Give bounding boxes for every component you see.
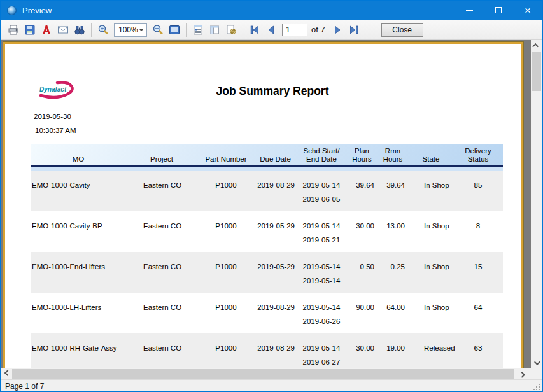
chevron-right-icon: [519, 372, 525, 378]
table-row: EMO-1000-LH-Lifters Eastern CO P1000 201…: [31, 293, 503, 333]
cell-due-date: 2019-08-29: [255, 293, 296, 333]
window-title: Preview: [22, 6, 52, 15]
maximize-button[interactable]: [484, 1, 513, 20]
scroll-down-button[interactable]: [531, 358, 542, 368]
report-title: Job Summary Report: [120, 85, 425, 98]
cell-due-date: 2019-08-29: [255, 333, 296, 368]
cell-state: In Shop: [409, 293, 453, 333]
cell-rmn-hours: 13.00: [377, 211, 409, 252]
full-page-button[interactable]: [166, 22, 183, 38]
zoom-in-button[interactable]: [95, 22, 111, 38]
save-icon: [24, 24, 36, 36]
horizontal-scroll-thumb[interactable]: [12, 369, 514, 379]
close-window-button[interactable]: ×: [513, 1, 542, 20]
export-pdf-button[interactable]: [38, 22, 55, 38]
wrench-icon: [225, 24, 237, 36]
schd-end-date: 2019-06-27: [296, 355, 347, 368]
col-header-schd-dates: Schd Start/ End Date: [304, 147, 340, 164]
table-row: EMO-1000-Cavity-BP Eastern CO P1000 2019…: [31, 211, 503, 252]
zoom-out-icon: [152, 24, 164, 36]
last-page-button[interactable]: [346, 22, 362, 38]
cell-schd-dates: 2019-05-14 2019-06-26: [296, 293, 347, 333]
maximize-icon: [495, 7, 502, 13]
vertical-scrollbar[interactable]: [531, 40, 542, 368]
preview-window: Preview ×: [0, 0, 543, 392]
page-count-label: of 7: [311, 25, 325, 34]
cell-schd-dates: 2019-05-14 2019-06-27: [296, 333, 347, 368]
cell-part-number: P1000: [197, 333, 255, 368]
cell-delivery-status: 8: [453, 211, 503, 252]
cell-project: Eastern CO: [126, 211, 197, 252]
table-row: EMO-1000-RH-Gate-Assy Eastern CO P1000 2…: [31, 333, 503, 368]
report-time: 10:30:37 AM: [35, 127, 76, 134]
titlebar: Preview ×: [1, 1, 542, 20]
col-header-due-date: Due Date: [260, 155, 291, 164]
col-header-plan-hours: Plan Hours: [352, 147, 372, 164]
col-header-part-number: Part Number: [205, 155, 246, 164]
page-layout-button[interactable]: [206, 22, 223, 38]
table-header-row: MO Project Part Number Due Date Schd Sta…: [31, 144, 503, 165]
cell-mo: EMO-1000-LH-Lifters: [31, 293, 126, 333]
schd-end-date: 2019-06-05: [296, 192, 347, 206]
cell-part-number: P1000: [197, 293, 255, 333]
cell-mo: EMO-1000-End-Lifters: [31, 252, 126, 293]
scroll-right-button[interactable]: [518, 368, 528, 379]
cell-rmn-hours: 0.25: [377, 252, 409, 293]
cell-mo: EMO-1000-RH-Gate-Assy: [31, 333, 126, 368]
col-header-delivery-status: Delivery Status: [465, 147, 491, 164]
cell-due-date: 2019-08-29: [255, 171, 296, 211]
minimize-button[interactable]: [455, 1, 484, 20]
close-preview-button[interactable]: Close: [381, 23, 423, 37]
cell-project: Eastern CO: [126, 171, 197, 211]
print-button[interactable]: [5, 22, 22, 38]
col-header-state: State: [423, 155, 440, 164]
print-properties-button[interactable]: [223, 22, 239, 38]
cell-rmn-hours: 19.00: [377, 333, 409, 368]
email-icon: [57, 24, 69, 36]
cell-due-date: 2019-05-29: [255, 211, 296, 252]
first-page-button[interactable]: [246, 22, 263, 38]
chevron-down-icon: [534, 359, 540, 365]
last-page-icon: [348, 24, 360, 36]
resize-grip-icon[interactable]: [532, 382, 540, 391]
report-date: 2019-05-30: [34, 113, 71, 120]
schd-start-date: 2019-05-14: [296, 300, 347, 314]
first-page-icon: [248, 24, 261, 36]
cell-delivery-status: 15: [453, 252, 503, 293]
horizontal-scrollbar[interactable]: [1, 368, 542, 379]
cell-state: In Shop: [409, 211, 453, 252]
scroll-up-button[interactable]: [531, 40, 542, 51]
horizontal-scroll-track[interactable]: [12, 368, 518, 379]
col-header-rmn-hours: Rmn Hours: [383, 147, 403, 164]
full-page-icon: [168, 24, 181, 36]
zoom-in-icon: [97, 24, 109, 36]
cell-delivery-status: 64: [453, 293, 503, 333]
cell-rmn-hours: 39.64: [377, 171, 409, 211]
scroll-left-button[interactable]: [1, 368, 12, 379]
job-summary-table: MO Project Part Number Due Date Schd Sta…: [31, 144, 503, 368]
table-row: EMO-1000-Cavity Eastern CO P1000 2019-08…: [31, 171, 503, 211]
cell-plan-hours: 30.00: [347, 333, 377, 368]
find-button[interactable]: [71, 22, 88, 38]
page-layout-icon: [208, 24, 221, 36]
cell-mo: EMO-1000-Cavity-BP: [31, 211, 126, 252]
cell-part-number: P1000: [197, 211, 255, 252]
cell-state: In Shop: [409, 252, 453, 293]
table-row: EMO-1000-End-Lifters Eastern CO P1000 20…: [31, 252, 503, 293]
cell-mo: EMO-1000-Cavity: [31, 171, 126, 211]
page-setup-button[interactable]: [190, 22, 206, 38]
next-page-button[interactable]: [329, 22, 346, 38]
vertical-scroll-thumb[interactable]: [532, 52, 541, 91]
zoom-out-button[interactable]: [150, 22, 166, 38]
save-button[interactable]: [22, 22, 38, 38]
cell-rmn-hours: 64.00: [377, 293, 409, 333]
schd-end-date: 2019-05-14: [296, 274, 347, 288]
previous-page-button[interactable]: [263, 22, 279, 38]
cell-plan-hours: 39.64: [347, 171, 377, 211]
cell-plan-hours: 0.50: [347, 252, 377, 293]
zoom-level-dropdown[interactable]: 100%: [114, 23, 147, 37]
email-button[interactable]: [55, 22, 71, 38]
next-page-icon: [331, 24, 344, 36]
vertical-scroll-track[interactable]: [531, 91, 542, 358]
page-number-input[interactable]: [282, 24, 307, 36]
